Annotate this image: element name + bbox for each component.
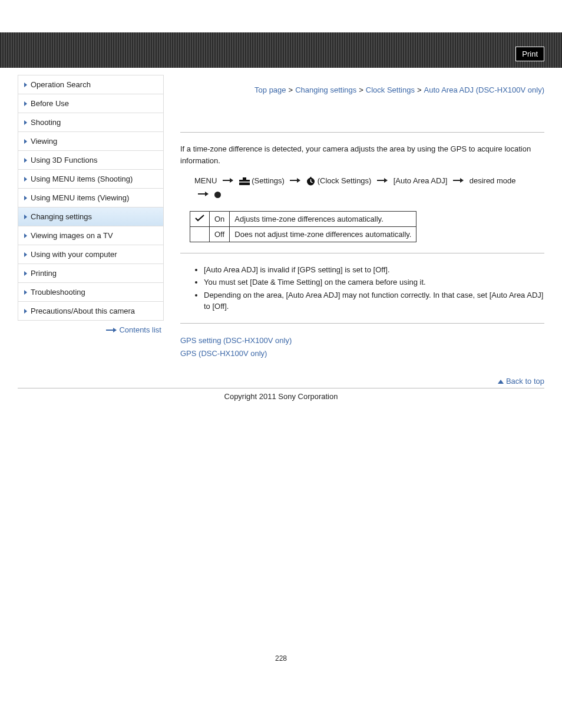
settings-label: (Settings) xyxy=(252,176,285,185)
arrow-icon xyxy=(198,192,209,196)
sidebar-item-label: Using MENU items (Shooting) xyxy=(31,174,133,183)
caret-right-icon xyxy=(24,233,27,238)
arrow-icon xyxy=(377,178,388,183)
option-name: On xyxy=(210,211,230,226)
check-icon xyxy=(190,211,210,226)
caret-right-icon xyxy=(24,196,27,200)
caret-right-icon xyxy=(24,215,27,219)
sidebar-item-label: Using MENU items (Viewing) xyxy=(31,193,129,202)
sidebar-item[interactable]: Using 3D Functions xyxy=(18,151,164,170)
sidebar-item[interactable]: Troubleshooting xyxy=(18,283,164,302)
svg-rect-4 xyxy=(310,177,312,179)
caret-right-icon xyxy=(24,271,27,276)
sidebar-item[interactable]: Shooting xyxy=(18,113,164,132)
clock-icon xyxy=(306,177,315,186)
triangle-up-icon xyxy=(498,380,504,384)
toolbox-icon xyxy=(239,177,250,185)
caret-right-icon xyxy=(24,158,27,163)
svg-rect-2 xyxy=(239,182,250,183)
header-stripe: Print xyxy=(0,32,562,68)
sidebar-item[interactable]: Operation Search xyxy=(18,75,164,94)
sidebar-item-label: Viewing xyxy=(31,137,57,146)
related-links: GPS setting (DSC-HX100V only) GPS (DSC-H… xyxy=(180,334,544,360)
related-link-1[interactable]: GPS setting (DSC-HX100V only) xyxy=(180,336,292,345)
sidebar-item[interactable]: Printing xyxy=(18,264,164,283)
contents-list-link[interactable]: Contents list xyxy=(119,325,161,334)
intro-text: If a time-zone difference is detected, y… xyxy=(180,143,544,166)
breadcrumb-top[interactable]: Top page xyxy=(254,85,286,94)
sidebar-item[interactable]: Viewing xyxy=(18,132,164,151)
sidebar-item-label: Before Use xyxy=(31,99,69,108)
sidebar-item[interactable]: Changing settings xyxy=(18,207,164,226)
caret-right-icon xyxy=(24,139,27,144)
note-item: Depending on the area, [Auto Area ADJ] m… xyxy=(204,289,544,312)
main-content: Top page>Changing settings>Clock Setting… xyxy=(180,85,544,360)
print-button[interactable]: Print xyxy=(515,47,544,61)
page-number: 228 xyxy=(0,654,562,663)
sidebar: Operation SearchBefore UseShootingViewin… xyxy=(18,75,164,360)
sidebar-item[interactable]: Using MENU items (Shooting) xyxy=(18,170,164,189)
item-label: [Auto Area ADJ] xyxy=(394,176,448,185)
caret-right-icon xyxy=(24,309,27,314)
breadcrumb: Top page>Changing settings>Clock Setting… xyxy=(180,85,544,94)
back-to-top-link[interactable]: Back to top xyxy=(498,377,544,386)
option-name: Off xyxy=(210,226,230,242)
sidebar-item-label: Precautions/About this camera xyxy=(31,307,135,315)
sidebar-item-label: Using with your computer xyxy=(31,250,117,259)
table-row: Off Does not adjust time-zone difference… xyxy=(190,226,416,242)
caret-right-icon xyxy=(24,252,27,257)
sidebar-item-label: Changing settings xyxy=(31,212,92,221)
sidebar-item[interactable]: Before Use xyxy=(18,94,164,113)
arrow-icon xyxy=(453,178,464,183)
caret-right-icon xyxy=(24,290,27,295)
sidebar-item-label: Troubleshooting xyxy=(31,288,85,297)
sidebar-item[interactable]: Using with your computer xyxy=(18,245,164,264)
related-link-2[interactable]: GPS (DSC-HX100V only) xyxy=(180,349,267,358)
table-row: On Adjusts time-zone differences automat… xyxy=(190,211,416,226)
note-item: You must set [Date & Time Setting] on th… xyxy=(204,276,544,288)
caret-right-icon xyxy=(24,120,27,125)
note-item: [Auto Area ADJ] is invalid if [GPS setti… xyxy=(204,264,544,276)
sidebar-item-label: Using 3D Functions xyxy=(31,156,97,164)
svg-rect-1 xyxy=(243,177,246,180)
option-desc: Adjusts time-zone differences automatica… xyxy=(230,211,416,226)
breadcrumb-current: Auto Area ADJ (DSC-HX100V only) xyxy=(424,85,544,94)
desired-label: desired mode xyxy=(470,176,516,185)
dot-icon xyxy=(214,192,221,198)
option-desc: Does not adjust time-zone differences au… xyxy=(230,226,416,242)
breadcrumb-2[interactable]: Clock Settings xyxy=(366,85,415,94)
caret-right-icon xyxy=(24,101,27,106)
sidebar-item-label: Shooting xyxy=(31,118,61,127)
caret-right-icon xyxy=(24,83,27,87)
sidebar-item[interactable]: Viewing images on a TV xyxy=(18,226,164,245)
arrow-icon xyxy=(223,178,233,183)
sidebar-item[interactable]: Precautions/About this camera xyxy=(18,302,164,321)
arrow-icon xyxy=(290,178,300,183)
caret-right-icon xyxy=(24,177,27,182)
copyright-text: Copyright 2011 Sony Corporation xyxy=(0,392,562,401)
menu-label: MENU xyxy=(194,176,217,185)
breadcrumb-1[interactable]: Changing settings xyxy=(295,85,356,94)
menu-path: MENU (Settings) (Clock Settings) [Auto A… xyxy=(180,174,544,202)
sidebar-item-label: Viewing images on a TV xyxy=(31,231,113,240)
sidebar-item[interactable]: Using MENU items (Viewing) xyxy=(18,189,164,207)
sidebar-item-label: Printing xyxy=(31,269,57,278)
sidebar-item-label: Operation Search xyxy=(31,80,91,89)
arrow-right-icon xyxy=(106,328,117,332)
notes-list: [Auto Area ADJ] is invalid if [GPS setti… xyxy=(180,264,544,312)
clock-label: (Clock Settings) xyxy=(318,176,372,185)
options-table: On Adjusts time-zone differences automat… xyxy=(190,211,416,242)
